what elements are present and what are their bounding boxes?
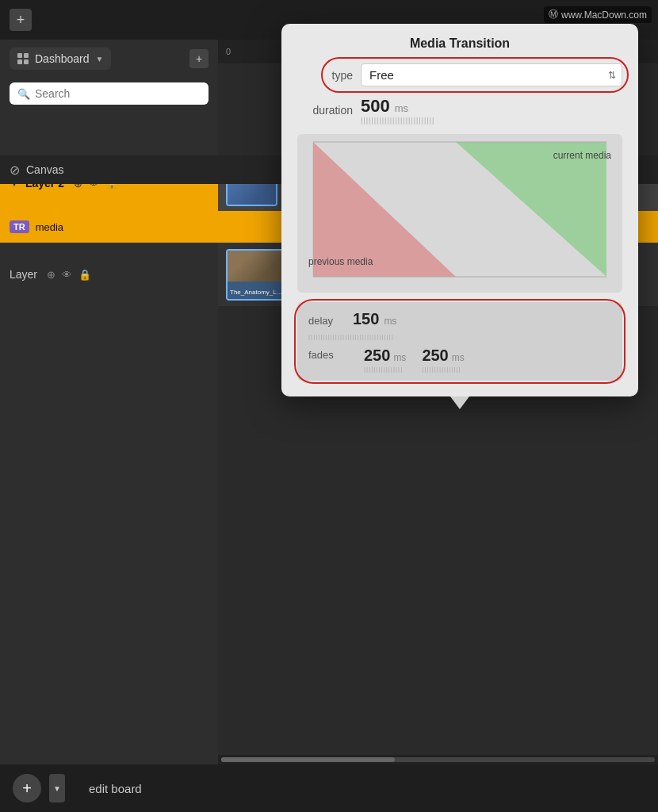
watermark-icon: Ⓜ — [549, 8, 558, 21]
dashboard-button[interactable]: Dashboard ▼ — [10, 48, 111, 70]
grid-icon — [17, 53, 29, 64]
layer-label: Layer — [10, 268, 37, 281]
fade1-slider[interactable]: |||||||||||||||| — [364, 366, 406, 373]
delay-row: delay 150 ms — [308, 310, 611, 328]
add-button[interactable]: + — [10, 9, 32, 31]
fade1-item: 250 ms |||||||||||||||| — [364, 347, 406, 373]
scrollbar-thumb[interactable] — [221, 757, 395, 762]
delay-slider[interactable]: ||||||||||||||||||||||||||||||||||| — [308, 333, 611, 340]
layer-plus-icon[interactable]: ⊕ — [47, 269, 55, 281]
sidebar-header: Dashboard ▼ + — [0, 40, 218, 78]
modal-title: Media Transition — [297, 36, 622, 51]
dashboard-label: Dashboard — [35, 52, 90, 65]
scrollbar-area[interactable] — [218, 755, 658, 764]
modal-overlay: Media Transition type Free Linear Ease I… — [281, 24, 638, 396]
fade1-unit: ms — [393, 352, 406, 363]
type-select[interactable]: Free Linear Ease In Ease Out — [361, 63, 622, 86]
anatomy-thumb-container: The_Anatomy_L... — [226, 249, 285, 301]
diagram-area: current media previous media — [297, 134, 622, 293]
duration-row: duration 500 ms ||||||||||||||||||||||||… — [297, 96, 622, 124]
edit-board-label: edit board — [89, 782, 142, 795]
delay-unit: ms — [384, 316, 396, 327]
tr-label: media — [36, 221, 63, 233]
time-zero: 0 — [226, 47, 231, 56]
duration-unit: ms — [395, 102, 408, 114]
layer-lock-icon[interactable]: 🔒 — [78, 269, 91, 281]
chevron-down-icon: ▼ — [96, 55, 104, 63]
add-plus-button[interactable]: + — [13, 774, 41, 802]
delay-label: delay — [308, 315, 348, 327]
tr-sidebar: TR media — [0, 211, 218, 243]
fade2-unit: ms — [452, 352, 465, 363]
scrollbar-track[interactable] — [221, 757, 655, 762]
chevron-button[interactable]: ▼ — [49, 774, 65, 802]
duration-label: duration — [297, 104, 353, 117]
layers-icon: ⊘ — [10, 163, 20, 178]
delay-value: 150 — [353, 310, 379, 328]
anatomy-label: The_Anatomy_L... — [230, 289, 281, 296]
params-area: delay 150 ms |||||||||||||||||||||||||||… — [297, 302, 622, 381]
type-select-wrapper[interactable]: Free Linear Ease In Ease Out ⇅ — [361, 63, 622, 86]
search-icon: 🔍 — [17, 88, 30, 100]
anatomy-thumbnail — [228, 251, 284, 282]
search-input[interactable] — [35, 87, 201, 100]
fade1-value: 250 — [364, 347, 390, 365]
layer-controls: ⊕ 👁 🔒 — [47, 269, 91, 281]
layer-sidebar: Layer ⊕ 👁 🔒 — [0, 243, 218, 306]
type-row: type Free Linear Ease In Ease Out ⇅ — [297, 63, 622, 86]
canvas-label: Canvas — [26, 163, 63, 176]
sidebar-add-button[interactable]: + — [189, 49, 208, 68]
duration-slider[interactable]: |||||||||||||||||||||||||||| — [361, 117, 434, 124]
fades-row: fades 250 ms |||||||||||||||| 250 ms |||… — [308, 347, 611, 373]
tr-badge: TR — [10, 220, 29, 233]
search-box: 🔍 — [10, 82, 208, 105]
sidebar: Dashboard ▼ + 🔍 — [0, 40, 218, 764]
type-label: type — [297, 69, 353, 82]
type-row-wrapper: type Free Linear Ease In Ease Out ⇅ — [297, 63, 622, 86]
fade2-slider[interactable]: |||||||||||||||| — [422, 366, 464, 373]
search-area: 🔍 — [0, 78, 218, 113]
duration-value-area: 500 ms |||||||||||||||||||||||||||| — [361, 96, 434, 124]
duration-value: 500 — [361, 96, 390, 117]
current-media-label: current media — [553, 150, 611, 163]
bottom-toolbar: + ▼ edit board — [0, 764, 658, 812]
fade2-item: 250 ms |||||||||||||||| — [422, 347, 464, 373]
previous-media-label: previous media — [308, 256, 373, 269]
fades-label: fades — [308, 347, 348, 361]
fade2-value: 250 — [422, 347, 448, 365]
delay-wrapper: delay 150 ms |||||||||||||||||||||||||||… — [308, 310, 611, 340]
watermark: Ⓜ www.MacDown.com — [544, 6, 652, 23]
layer-eye-icon[interactable]: 👁 — [62, 269, 72, 281]
callout-arrow — [450, 396, 469, 409]
